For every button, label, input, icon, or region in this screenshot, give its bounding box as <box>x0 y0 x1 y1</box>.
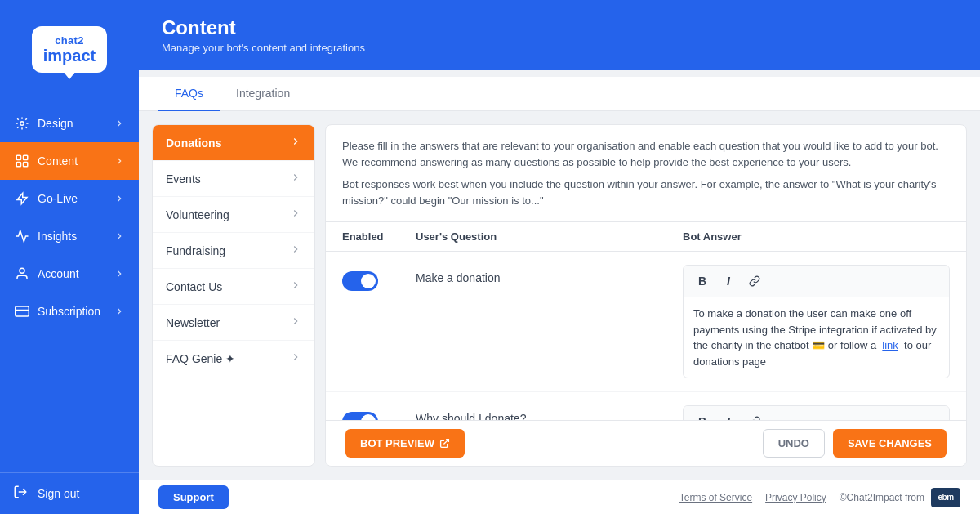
faq-table-header: Enabled User's Question Bot Answer <box>326 222 966 252</box>
table-row: Make a donation B I To make a donation t <box>326 252 966 392</box>
fundraising-label: Fundraising <box>166 244 225 257</box>
account-icon <box>13 265 31 283</box>
italic-button-2[interactable]: I <box>718 411 739 420</box>
sidebar-item-design[interactable]: Design <box>0 105 139 142</box>
editor-content-1[interactable]: To make a donation the user can make one… <box>684 297 949 378</box>
editor-make-donation: B I To make a donation the user can make… <box>683 265 950 378</box>
sidebar-label-subscription: Subscription <box>38 305 113 318</box>
sidebar-label-design: Design <box>38 117 113 130</box>
donations-chevron <box>290 136 301 150</box>
logo-text-bottom: impact <box>43 47 96 65</box>
editor-toolbar-1: B I <box>684 266 949 297</box>
content-area: FAQs Integration Donations Events <box>139 70 980 480</box>
menu-item-contact[interactable]: Contact Us <box>153 269 314 305</box>
main-content: Content Manage your bot's content and in… <box>139 0 980 514</box>
sidebar-label-content: Content <box>38 154 113 168</box>
fundraising-chevron <box>290 244 301 257</box>
subscription-chevron <box>113 305 126 318</box>
bot-preview-button[interactable]: BOT PREVIEW <box>345 429 465 458</box>
events-chevron <box>290 172 301 185</box>
contact-label: Contact Us <box>166 280 222 293</box>
faq-desc-1: Please fill in the answers that are rele… <box>342 138 950 170</box>
italic-button-1[interactable]: I <box>718 270 739 292</box>
menu-item-fundraising[interactable]: Fundraising <box>153 233 314 269</box>
bold-button-1[interactable]: B <box>692 270 713 292</box>
toggle-why-donate[interactable] <box>342 405 416 420</box>
sidebar-label-account: Account <box>38 267 113 280</box>
sidebar-item-golive[interactable]: Go-Live <box>0 180 139 217</box>
support-button[interactable]: Support <box>158 485 229 509</box>
svg-rect-3 <box>16 163 20 167</box>
sidebar-label-golive: Go-Live <box>38 192 113 205</box>
side-menu: Donations Events Volunteering <box>152 124 315 467</box>
page-header: Content Manage your bot's content and in… <box>139 0 980 70</box>
svg-rect-4 <box>24 163 28 167</box>
volunteering-chevron <box>290 208 301 221</box>
events-label: Events <box>166 172 201 185</box>
sidebar-item-account[interactable]: Account <box>0 255 139 293</box>
footer-brand: ©Chat2Impact from ebm <box>840 488 960 507</box>
sidebar-item-subscription[interactable]: Subscription <box>0 293 139 330</box>
editor-toolbar-2: B I <box>684 406 949 420</box>
menu-item-volunteering[interactable]: Volunteering <box>153 197 314 233</box>
content-chevron <box>113 154 126 168</box>
svg-point-5 <box>20 268 24 273</box>
link-button-1[interactable] <box>744 270 765 292</box>
privacy-link[interactable]: Privacy Policy <box>765 492 826 503</box>
logo: chat2 impact <box>32 26 107 73</box>
copyright-text: ©Chat2Impact from <box>840 492 924 503</box>
contact-chevron <box>290 279 301 293</box>
donations-label: Donations <box>166 136 221 150</box>
design-chevron <box>113 117 126 130</box>
insights-chevron <box>113 230 126 243</box>
signout-button[interactable]: Sign out <box>0 472 139 514</box>
volunteering-label: Volunteering <box>166 208 229 221</box>
col-enabled: Enabled <box>342 230 416 243</box>
menu-item-faqgenie[interactable]: FAQ Genie ✦ <box>153 341 314 376</box>
col-question: User's Question <box>416 230 683 243</box>
sidebar-item-content[interactable]: Content <box>0 142 139 180</box>
subscription-icon <box>13 302 31 320</box>
svg-line-9 <box>443 440 448 445</box>
page-title: Content <box>162 16 957 39</box>
menu-item-events[interactable]: Events <box>153 161 314 197</box>
table-row: Why should I donate? B I It can make you <box>326 392 966 420</box>
newsletter-label: Newsletter <box>166 316 220 329</box>
logo-text-top: chat2 <box>43 34 96 47</box>
footer-links: Terms of Service Privacy Policy ©Chat2Im… <box>679 488 960 507</box>
sidebar-nav: Design Content <box>0 98 139 472</box>
newsletter-chevron <box>290 315 301 329</box>
footer: Support Terms of Service Privacy Policy … <box>139 480 980 514</box>
col-answer: Bot Answer <box>683 230 950 243</box>
ebm-logo: ebm <box>931 488 960 507</box>
signout-icon <box>13 485 31 503</box>
preview-label: BOT PREVIEW <box>360 437 434 449</box>
logo-area: chat2 impact <box>0 0 139 98</box>
tab-faqs[interactable]: FAQs <box>158 77 220 111</box>
toggle-make-donation[interactable] <box>342 265 416 291</box>
menu-item-donations[interactable]: Donations <box>153 125 314 161</box>
tab-integration[interactable]: Integration <box>220 77 306 111</box>
page-subtitle: Manage your bot's content and integratio… <box>162 42 957 54</box>
question-make-donation: Make a donation <box>416 265 683 284</box>
terms-link[interactable]: Terms of Service <box>679 492 752 503</box>
design-icon <box>13 114 31 132</box>
bold-button-2[interactable]: B <box>692 411 713 420</box>
question-why-donate: Why should I donate? <box>416 405 683 420</box>
account-chevron <box>113 267 126 280</box>
save-changes-button[interactable]: SAVE CHANGES <box>833 429 947 458</box>
panel-area: Donations Events Volunteering <box>139 111 980 480</box>
donation-link[interactable]: link <box>882 339 898 351</box>
link-button-2[interactable] <box>744 411 765 420</box>
golive-chevron <box>113 192 126 205</box>
insights-icon <box>13 227 31 245</box>
faq-description: Please fill in the answers that are rele… <box>326 125 966 222</box>
menu-item-newsletter[interactable]: Newsletter <box>153 305 314 341</box>
bottom-bar: BOT PREVIEW UNDO SAVE CHANGES <box>326 420 966 466</box>
sidebar-label-insights: Insights <box>38 230 113 243</box>
undo-button[interactable]: UNDO <box>763 429 825 458</box>
faqgenie-label: FAQ Genie ✦ <box>166 352 235 365</box>
svg-rect-2 <box>24 155 28 159</box>
faq-desc-2: Bot responses work best when you include… <box>342 177 950 208</box>
sidebar-item-insights[interactable]: Insights <box>0 217 139 255</box>
